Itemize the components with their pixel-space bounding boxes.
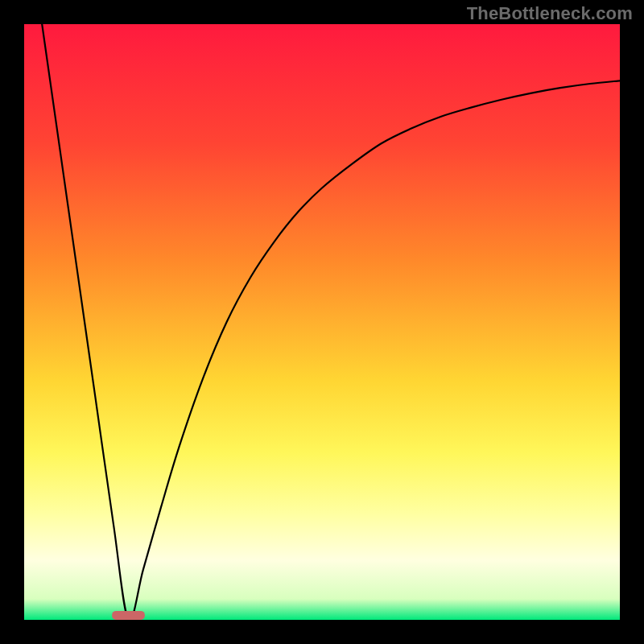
bottleneck-chart (24, 24, 620, 620)
chart-frame (24, 24, 620, 620)
watermark-text: TheBottleneck.com (467, 3, 633, 24)
minimum-marker (112, 611, 145, 620)
